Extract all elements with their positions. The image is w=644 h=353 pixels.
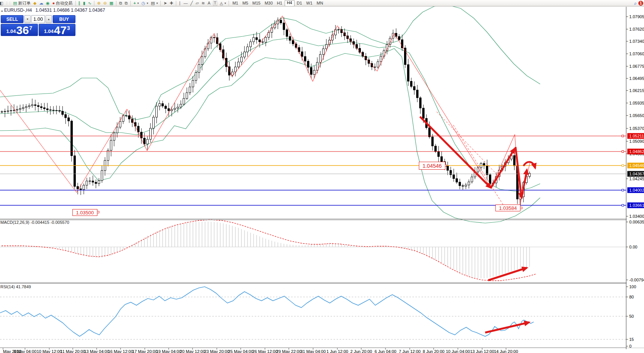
add-indicator-button[interactable]: +▾: [132, 0, 140, 6]
timeframe-d1[interactable]: D1: [295, 0, 304, 6]
chart-ohlc-values: 1.04531 1.04686 1.04367 1.04367: [36, 8, 105, 13]
main-toolbar: ◧ ⋮⋮ ▤ 新订单 ◆ ☁ ◉ ● 自动交易 ∥ ▮ ∿ ⊕ ⊖ ▦ ⧉ ⧉ …: [0, 0, 644, 6]
search-icon: ⌕: [634, 0, 637, 6]
sell-price-display[interactable]: 1.04 36 7: [1, 24, 38, 36]
buy-price-big: 47: [54, 25, 66, 35]
timeframe-w1[interactable]: W1: [304, 0, 315, 6]
timeframe-m1[interactable]: M1: [230, 0, 240, 6]
cloud-button[interactable]: ☁: [38, 0, 44, 6]
chart-title: ▴ EURUSD-,H4 1.04531 1.04686 1.04367 1.0…: [1, 8, 105, 13]
periods-button[interactable]: ◷▾: [140, 0, 149, 6]
svg-text:1.06775: 1.06775: [629, 64, 644, 69]
cursor-tool-button[interactable]: ➤: [162, 0, 168, 6]
lot-increase-button[interactable]: ▴: [45, 15, 52, 23]
label-tool-icon: T: [213, 1, 217, 6]
svg-text:1.05090: 1.05090: [629, 139, 644, 144]
svg-text:1.07905: 1.07905: [629, 14, 644, 19]
buy-price-display[interactable]: 1.04 47 3: [39, 24, 76, 36]
bar-chart-icon: ∥: [78, 0, 81, 6]
dropdown-icon: ▾: [224, 2, 226, 5]
shapes-tool-button[interactable]: ◬▾: [219, 0, 227, 6]
chart-partial-icon: ◧: [0, 0, 4, 6]
svg-text:1 Jun 12:00: 1 Jun 12:00: [326, 349, 348, 353]
timeframe-m15[interactable]: M15: [251, 0, 262, 6]
shift-chart-icon: ⧉: [125, 0, 128, 6]
market-watch-button[interactable]: ◆: [32, 0, 38, 6]
autotrade-button[interactable]: ● 自动交易: [51, 0, 74, 6]
crosshair-tool-button[interactable]: ✚: [169, 0, 174, 6]
svg-text:9 May 04:00: 9 May 04:00: [14, 349, 37, 353]
svg-text:1.04002: 1.04002: [629, 188, 644, 192]
timeframe-mn[interactable]: MN: [315, 0, 325, 6]
new-order-button[interactable]: ▤ 新订单: [12, 0, 31, 6]
auto-scroll-icon: ⧉: [119, 0, 122, 6]
channel-icon: ▱: [196, 0, 199, 6]
text-tool-icon: A: [208, 0, 210, 6]
svg-text:1.04862: 1.04862: [629, 149, 644, 154]
template-icon: ▤: [151, 0, 155, 6]
svg-text:1.04245: 1.04245: [629, 176, 644, 181]
svg-text:1.04367: 1.04367: [629, 172, 644, 176]
price-annotation-103584[interactable]: 1.03584: [495, 205, 520, 211]
timeframe-m5[interactable]: M5: [240, 0, 250, 6]
svg-text:13 Jun 12:00: 13 Jun 12:00: [470, 349, 494, 353]
sell-button[interactable]: SELL: [1, 15, 24, 23]
candlestick-chart-button[interactable]: ▮: [82, 0, 86, 6]
svg-text:1.05370: 1.05370: [629, 126, 644, 131]
zoom-out-button[interactable]: ⊖: [102, 0, 108, 6]
timeframe-m30[interactable]: M30: [263, 0, 274, 6]
fibonacci-tool-button[interactable]: ≋: [200, 0, 206, 6]
svg-text:1.05935: 1.05935: [629, 101, 644, 105]
sell-price-sup: 7: [29, 25, 32, 31]
lot-decrease-button[interactable]: ▾: [24, 15, 31, 23]
text-tool-button[interactable]: A: [207, 0, 212, 6]
svg-text:1.07060: 1.07060: [629, 52, 644, 56]
zoom-in-button[interactable]: ⊕: [96, 0, 102, 6]
svg-text:19 May 04:00: 19 May 04:00: [156, 349, 182, 353]
rsi-indicator-label: RSI(14) 41.7849: [0, 284, 31, 289]
label-tool-button[interactable]: T: [212, 0, 218, 6]
svg-text:15: 15: [629, 337, 634, 342]
lot-size-input[interactable]: [31, 15, 45, 23]
svg-text:0: 0: [629, 344, 631, 348]
svg-text:0.006359: 0.006359: [629, 220, 644, 224]
svg-text:0.00: 0.00: [629, 245, 637, 249]
vline-tool-button[interactable]: ∣: [178, 0, 182, 6]
svg-text:1.07620: 1.07620: [629, 27, 644, 31]
auto-scroll-button[interactable]: ⧉: [118, 0, 123, 6]
mt4-chart-window: ◧ ⋮⋮ ▤ 新订单 ◆ ☁ ◉ ● 自动交易 ∥ ▮ ∿ ⊕ ⊖ ▦ ⧉ ⧉ …: [0, 0, 644, 353]
price-annotation-104546[interactable]: 1.04546: [419, 162, 445, 170]
search-button[interactable]: ⌕: [633, 0, 638, 6]
line-chart-button[interactable]: ∿: [87, 0, 92, 6]
bar-chart-button[interactable]: ∥: [77, 0, 82, 6]
signal-button[interactable]: ◉: [45, 0, 51, 6]
crosshair-icon: ✚: [170, 0, 173, 6]
shift-chart-button[interactable]: ⧉: [124, 0, 129, 6]
trendline-icon: ╱: [190, 0, 193, 6]
one-click-trading-panel: SELL ▾ ▴ BUY 1.04 36 7 1.04 47 3: [1, 15, 75, 36]
dropdown-icon: ▾: [156, 2, 158, 5]
clock-icon: ◷: [141, 0, 145, 6]
notification-badge[interactable]: 1: [638, 1, 643, 6]
new-order-icon: ▤: [13, 0, 17, 6]
channel-tool-button[interactable]: ▱: [194, 0, 200, 6]
sell-price-big: 36: [16, 25, 29, 35]
toolbar-grip: ⋮⋮: [5, 1, 11, 5]
signal-icon: ◉: [46, 0, 50, 6]
templates-button[interactable]: ▤▾: [150, 0, 159, 6]
timeframe-h1[interactable]: H1: [275, 0, 284, 6]
macd-indicator-label: MACD(12,26,9) -0.004415 -0.005570: [0, 220, 69, 225]
market-watch-icon: ◆: [33, 0, 36, 6]
zoom-in-icon: ⊕: [97, 0, 100, 6]
svg-text:10 May 12:00: 10 May 12:00: [37, 349, 62, 353]
trendline-tool-button[interactable]: ╱: [189, 0, 194, 6]
chart-canvas[interactable]: 1.079051.076201.073401.070601.067751.064…: [0, 0, 644, 353]
timeframe-h4[interactable]: H4: [285, 0, 295, 6]
buy-button[interactable]: BUY: [53, 15, 75, 23]
svg-text:6 Jun 04:00: 6 Jun 04:00: [374, 349, 396, 353]
tile-windows-button[interactable]: ▦: [108, 0, 114, 6]
price-annotation-103500[interactable]: 1.03500: [72, 209, 97, 216]
svg-text:25 May 04:00: 25 May 04:00: [228, 349, 254, 353]
svg-text:29 May 22:00: 29 May 22:00: [276, 349, 302, 353]
hline-tool-button[interactable]: ―: [182, 0, 189, 6]
